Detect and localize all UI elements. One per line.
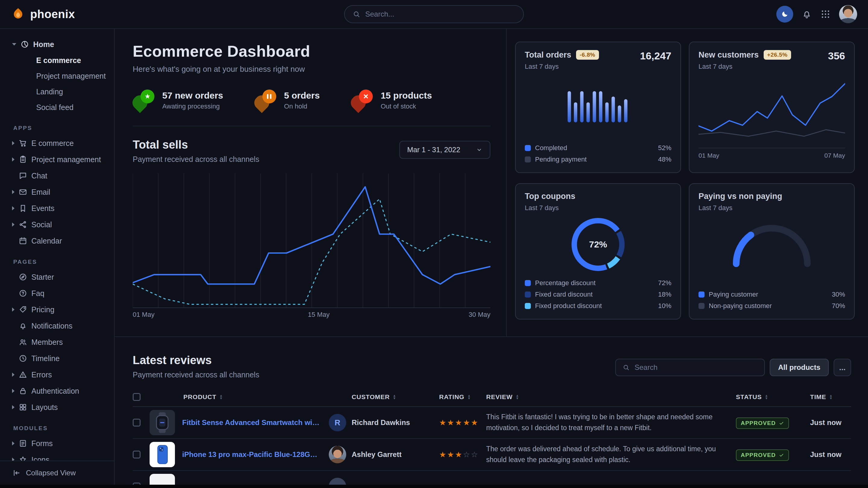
sidebar-item-chat[interactable]: Chat <box>8 168 109 184</box>
sidebar-item-e-commerce[interactable]: E commerce <box>8 135 109 151</box>
user-avatar[interactable] <box>839 5 857 23</box>
legend-value: 52% <box>658 144 671 152</box>
sidebar-item-notifications[interactable]: Notifications <box>8 318 109 334</box>
legend-label: Non-paying customer <box>709 302 772 310</box>
brand[interactable]: phoenix <box>11 7 75 22</box>
select-all-checkbox[interactable] <box>133 393 141 401</box>
table-row-2: iPhone 13 pro max-Pacific Blue-128GB sto… <box>133 439 851 471</box>
sidebar-item-icons[interactable]: Icons <box>8 452 109 461</box>
sidebar-subitem-project-management[interactable]: Project management <box>8 68 109 84</box>
stat-on-hold: 5 ordersOn hold <box>254 90 320 111</box>
sidebar-item-errors[interactable]: Errors <box>8 366 109 383</box>
card-period: Last 7 days <box>699 63 791 70</box>
sidebar-item-label: Social <box>31 220 52 229</box>
sidebar-item-label: Starter <box>31 273 54 282</box>
column-header-product[interactable]: PRODUCT▲▼ <box>150 393 329 400</box>
sidebar-item-starter[interactable]: Starter <box>8 269 109 285</box>
total-sells-title: Total sells <box>133 138 259 151</box>
legend-label: Fixed card discount <box>535 291 593 298</box>
column-header-status[interactable]: STATUS▲▼ <box>736 393 810 400</box>
customer-name: Richard Dawkins <box>352 418 410 427</box>
column-header-review[interactable]: REVIEW▲▼ <box>486 393 736 400</box>
sidebar-item-pricing[interactable]: Pricing <box>8 301 109 318</box>
main-content: Ecommerce Dashboard Here's what's going … <box>115 29 868 485</box>
reviews-search[interactable] <box>615 359 765 376</box>
sidebar-item-email[interactable]: Email <box>8 184 109 200</box>
clipboard-icon <box>19 155 27 164</box>
card-title: Paying vs non paying <box>699 192 782 201</box>
tag-icon <box>19 305 27 314</box>
customer-cell: Ashley Garrett <box>329 446 439 463</box>
new-customers-value: 356 <box>828 50 845 62</box>
column-header-time[interactable]: TIME▲▼ <box>810 393 851 400</box>
orders-bar <box>574 102 577 122</box>
x-label: 15 May <box>308 311 330 319</box>
check-icon <box>779 452 784 458</box>
moon-icon <box>780 10 789 19</box>
product-thumbnail[interactable] <box>150 474 175 485</box>
navbar-search-input[interactable] <box>365 10 516 19</box>
sidebar-section-label-pages: PAGES <box>13 259 109 265</box>
product-cell: iPhone 13 pro max-Pacific Blue-128GB sto… <box>150 442 329 467</box>
review-time: Just now <box>810 450 851 459</box>
date-range-select[interactable]: Mar 1 - 31, 2022 <box>399 141 490 159</box>
sidebar-section-label-apps: APPS <box>13 125 109 131</box>
sidebar-item-label: Faq <box>31 289 44 298</box>
dashboard-left-column: Ecommerce Dashboard Here's what's going … <box>115 29 506 336</box>
reviews-search-input[interactable] <box>634 363 757 372</box>
collapsed-view-toggle[interactable]: Collapsed View <box>0 461 114 485</box>
navbar-search[interactable] <box>344 5 524 23</box>
sidebar-item-layouts[interactable]: Layouts <box>8 399 109 415</box>
card-title: Top coupons <box>525 192 575 201</box>
legend-swatch <box>699 303 705 309</box>
legend-swatch <box>525 291 531 297</box>
sidebar-item-faq[interactable]: Faq <box>8 285 109 301</box>
apps-grid-button[interactable] <box>820 9 831 19</box>
product-link[interactable]: iPhone 13 pro max-Pacific Blue-128GB sto… <box>182 450 320 459</box>
column-header-rating[interactable]: RATING▲▼ <box>439 393 486 400</box>
rating-stars: ★★★★★ <box>439 418 486 427</box>
row-checkbox[interactable] <box>133 483 141 485</box>
sidebar-item-forms[interactable]: Forms <box>8 435 109 452</box>
latest-reviews-title: Latest reviews <box>133 354 259 367</box>
row-checkbox[interactable] <box>133 419 141 426</box>
apps-grid-icon <box>820 9 831 19</box>
new-customers-card: New customers +26.5% Last 7 days 356 01 … <box>689 42 855 173</box>
status-badge: APPROVED <box>736 449 789 461</box>
latest-reviews-subtitle: Payment received across all channels <box>133 370 259 379</box>
sidebar-subitem-landing[interactable]: Landing <box>8 84 109 99</box>
sidebar-item-project-management[interactable]: Project management <box>8 151 109 168</box>
new-customers-line-chart <box>699 79 845 147</box>
column-header-customer[interactable]: CUSTOMER▲▼ <box>329 393 439 400</box>
search-icon <box>622 364 630 371</box>
product-thumbnail-phone[interactable] <box>150 442 175 467</box>
sidebar-nav: HomeE commerceProject managementLandingS… <box>0 29 114 461</box>
sidebar-item-calendar[interactable]: Calendar <box>8 233 109 249</box>
legend-swatch <box>525 280 531 286</box>
sidebar-item-timeline[interactable]: Timeline <box>8 350 109 366</box>
all-products-button[interactable]: All products <box>770 359 829 376</box>
avatar <box>329 446 346 463</box>
check-icon <box>779 421 784 426</box>
sidebar-subitem-social-feed[interactable]: Social feed <box>8 99 109 115</box>
sidebar-item-home[interactable]: Home <box>8 36 109 53</box>
sidebar-item-events[interactable]: Events <box>8 200 109 217</box>
sidebar-item-members[interactable]: Members <box>8 334 109 350</box>
chat-icon <box>19 171 27 180</box>
sidebar-children-home: E commerceProject managementLandingSocia… <box>8 53 109 115</box>
legend-row: Percentage discount 72% <box>525 279 671 287</box>
help-circle-icon <box>19 289 27 297</box>
reviews-table-body: Fitbit Sense Advanced Smartwatch with To… <box>133 407 851 485</box>
review-time: Just now <box>810 418 851 427</box>
sidebar-item-social[interactable]: Social <box>8 217 109 233</box>
product-link[interactable]: Fitbit Sense Advanced Smartwatch with To… <box>182 418 320 427</box>
legend-row: Fixed card discount 18% <box>525 291 671 298</box>
sidebar-item-authentication[interactable]: Authentication <box>8 383 109 399</box>
notifications-button[interactable] <box>802 9 812 19</box>
more-options-button[interactable]: ... <box>834 359 851 376</box>
sidebar-subitem-e-commerce[interactable]: E commerce <box>8 53 109 68</box>
rating-stars: ★★★☆☆ <box>439 450 486 459</box>
theme-toggle-button[interactable] <box>776 6 793 23</box>
product-thumbnail-watch[interactable] <box>150 410 175 435</box>
row-checkbox[interactable] <box>133 451 141 458</box>
